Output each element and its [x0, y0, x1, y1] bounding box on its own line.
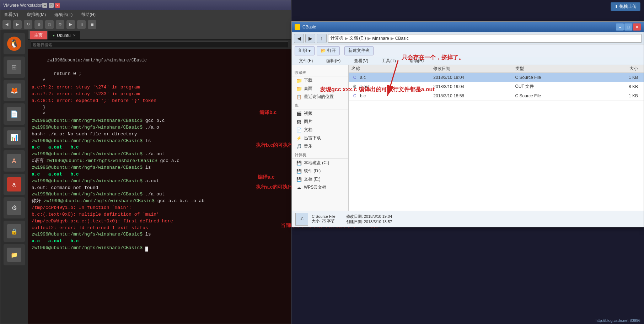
file-ac-name: C a.c [351, 75, 433, 80]
fe-nav-wps[interactable]: ☁ WPS云文档 [292, 183, 348, 191]
fe-menu-help[interactable]: 帮助(H) [405, 57, 428, 65]
t-line-19: zw1996@ubuntu:/mnt/hgfs/winshare/CBasic$… [32, 191, 288, 198]
file-ac-date: 2018/3/10 19:04 [433, 75, 515, 80]
fe-nav-docs-e[interactable]: 💾 文档 (E:) [292, 175, 348, 183]
fe-newfolder-btn[interactable]: 新建文件夹 [344, 46, 374, 55]
fe-nav-images[interactable]: 🖼 图片 [292, 118, 348, 126]
open-icon: 📂 [321, 48, 326, 53]
fe-address-bar[interactable]: 计算机 ▶ 文档 (E:) ▶ winshare ▶ CBasic [328, 34, 642, 43]
file-ac-size: 1 KB [597, 75, 641, 80]
sidebar-item-4[interactable]: 📊 [4, 127, 25, 148]
col-name[interactable]: 名称 [351, 66, 433, 72]
fe-nav-software-d[interactable]: 💾 软件 (D:) [292, 167, 348, 175]
vm-menubar: 查看(V) 虚拟机(M) 选项卡(T) 帮助(H) [0, 10, 291, 19]
fe-nav-desktop[interactable]: 📁 桌面 [292, 85, 348, 93]
sidebar-item-9[interactable]: 📁 [4, 244, 25, 265]
fe-open-btn[interactable]: 📂 打开 [317, 46, 340, 55]
t-line-27: zw1996@ubuntu:/mnt/hgfs/winshare/CBasic$ [32, 245, 288, 252]
fe-col-headers: 名称 修改日期 类型 大小 [349, 65, 644, 73]
toolbar-btn-2[interactable]: ▶ [13, 20, 22, 29]
t-line-4: a.c:7:2: error: stray '\233' in program [32, 91, 288, 98]
sidebar-item-8[interactable]: 🔒 [4, 221, 25, 242]
vm-minimize-btn[interactable]: – [42, 3, 47, 8]
sidebar-item-5[interactable]: A [4, 150, 25, 172]
col-type[interactable]: 类型 [515, 66, 597, 72]
fe-nav-library-header: 库 [292, 101, 348, 109]
toolbar-btn-8[interactable]: ⏸ [77, 20, 86, 29]
file-aout-icon: ⚙ [351, 84, 358, 90]
upload-icon: ⬆ [615, 4, 618, 9]
file-bc-date: 2018/3/10 18:58 [433, 93, 515, 98]
fe-addr-docs: 文档 (E:) [349, 35, 366, 41]
tab-ubuntu[interactable]: ● Ubuntu ✕ [48, 31, 80, 39]
file-bc-type: C Source File [515, 93, 597, 98]
music-icon: 🎵 [296, 144, 302, 149]
tab-ubuntu-close[interactable]: ✕ [73, 33, 76, 37]
file-row-aout[interactable]: ⚙ a.out 2018/3/10 19:04 OUT 文件 8 KB [349, 82, 644, 91]
fe-nav-thunder[interactable]: ⚡ 迅雷下载 [292, 134, 348, 142]
toolbar-btn-6[interactable]: ⚙ [56, 20, 64, 29]
fe-organize-btn[interactable]: 组织 ▾ [295, 46, 315, 55]
fe-menubar: 文件(F) 编辑(E) 查看(V) 工具(T) 帮助(H) [292, 57, 644, 65]
fe-menu-tools[interactable]: 工具(T) [377, 57, 400, 65]
fe-status-filetype: C Source File [312, 214, 336, 218]
vm-search-bar [28, 40, 291, 49]
tab-home[interactable]: 主页 [29, 31, 47, 39]
fe-nav-video[interactable]: 🎬 视频 [292, 109, 348, 118]
vm-menu-tabs[interactable]: 选项卡(T) [53, 11, 74, 18]
file-bc-name: C b.c [351, 93, 433, 99]
col-size[interactable]: 大小 [597, 66, 641, 72]
fe-nav-downloads[interactable]: 📁 下载 [292, 76, 348, 85]
fe-status-thumbnail: .C [295, 213, 308, 226]
fe-navbar: ◀ ▶ ↑ 计算机 ▶ 文档 (E:) ▶ winshare ▶ CBasic [292, 32, 644, 44]
file-row-bc[interactable]: C b.c 2018/3/10 18:58 C Source File 1 KB [349, 91, 644, 101]
vm-tabs: 主页 ● Ubuntu ✕ [28, 30, 291, 40]
vm-menu-view[interactable]: 查看(V) [2, 11, 20, 18]
fe-addr-computer: 计算机 [331, 35, 343, 41]
fe-maximize-btn[interactable]: □ [624, 23, 632, 31]
sidebar-item-1[interactable]: ⊞ [4, 56, 25, 78]
sidebar-item-6[interactable]: a [4, 174, 25, 195]
t-line-13: zw1996@ubuntu:/mnt/hgfs/winshare/CBasic$… [32, 151, 288, 158]
toolbar-btn-5[interactable]: □ [45, 20, 54, 29]
fe-fwd-btn[interactable]: ▶ [305, 34, 315, 43]
vm-menu-vm[interactable]: 虚拟机(M) [25, 11, 47, 18]
fe-status-created: 创建日期: 2018/3/10 18:57 [346, 219, 392, 225]
fe-close-btn[interactable]: ✕ [633, 23, 641, 31]
toolbar-btn-4[interactable]: ⊕ [34, 20, 43, 29]
toolbar-btn-9[interactable]: ⏹ [88, 20, 96, 29]
file-ac-type: C Source File [515, 75, 597, 80]
t-line-21: /tmp/ccPb49yi.o: In function `main': [32, 205, 288, 211]
fe-nav-music[interactable]: 🎵 音乐 [292, 142, 348, 150]
vm-search-input[interactable] [31, 42, 288, 48]
sidebar-item-3[interactable]: 📄 [4, 103, 25, 125]
fe-nav-local-c[interactable]: 💾 本地磁盘 (C:) [292, 159, 348, 167]
fe-nav-recent[interactable]: 📋 最近访问的位置 [292, 93, 348, 101]
sidebar-ubuntu-icon[interactable]: 🐧 [4, 33, 25, 54]
fe-title-text: CBasic [302, 25, 614, 29]
fe-menu-view[interactable]: 查看(V) [350, 57, 372, 65]
sidebar-item-7[interactable]: ⚙ [4, 197, 25, 218]
t-line-14: c语言 zw1996@ubuntu:/mnt/hgfs/winshare/CBa… [32, 158, 288, 164]
col-date[interactable]: 修改日期 [433, 66, 515, 72]
file-row-ac[interactable]: C a.c 2018/3/10 19:04 C Source File 1 KB [349, 73, 644, 82]
fe-nav-docs[interactable]: 📄 文档 [292, 126, 348, 134]
vm-menu-help[interactable]: 帮助(H) [80, 11, 97, 18]
upload-btn[interactable]: ⬆ 拖拽上传 [611, 2, 640, 11]
toolbar-btn-3[interactable]: ↻ [24, 20, 32, 29]
t-line-7: ^ [32, 111, 288, 118]
fe-window-controls: – □ ✕ [616, 23, 641, 31]
fe-menu-edit[interactable]: 编辑(E) [322, 57, 345, 65]
t-line-18: a.out: command not found [32, 185, 288, 191]
sidebar-item-2[interactable]: 🦊 [4, 80, 25, 101]
toolbar-btn-7[interactable]: ▶ [66, 20, 75, 29]
vm-close-btn[interactable]: ✕ [55, 3, 60, 8]
fe-back-btn[interactable]: ◀ [294, 34, 304, 43]
file-ac-icon: C [351, 75, 358, 80]
toolbar-btn-1[interactable]: ◀ [2, 20, 11, 29]
fe-menu-file[interactable]: 文件(F) [295, 57, 317, 65]
file-aout-date: 2018/3/10 19:04 [433, 84, 515, 89]
fe-up-btn[interactable]: ↑ [317, 34, 327, 43]
vm-maximize-btn[interactable]: □ [49, 3, 54, 8]
fe-minimize-btn[interactable]: – [616, 23, 624, 31]
